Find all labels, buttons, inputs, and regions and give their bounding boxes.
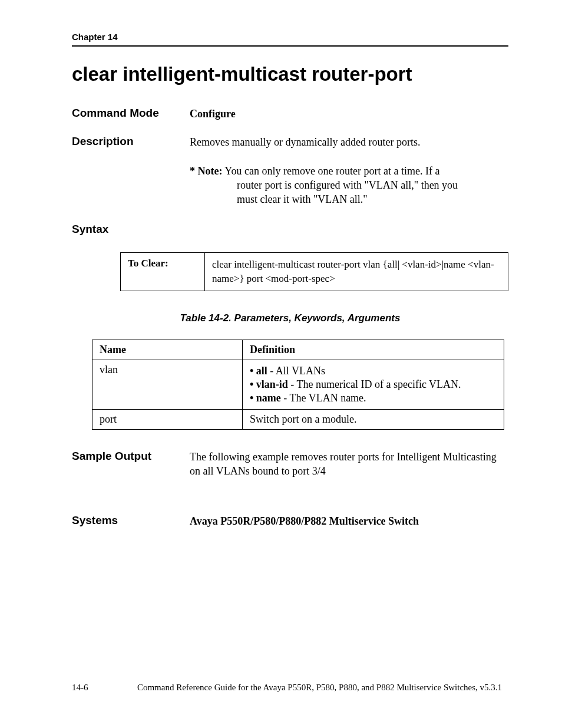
row-sample-output: Sample Output The following example remo… xyxy=(72,450,508,479)
label-sample-output: Sample Output xyxy=(72,450,190,479)
note-text-line2: router port is configured with "VLAN all… xyxy=(190,178,508,192)
note-text-first: You can only remove one router port at a… xyxy=(224,165,439,177)
row-description: Description Removes manually or dynamica… xyxy=(72,135,508,149)
th-name: Name xyxy=(92,340,243,360)
chapter-header: Chapter 14 xyxy=(72,32,508,42)
td-def-vlan: all - All VLANs vlan-id - The numerical … xyxy=(243,360,504,410)
row-command-mode: Command Mode Configure xyxy=(72,107,508,121)
heading-syntax: Syntax xyxy=(72,223,508,236)
page: Chapter 14 clear intelligent-multicast r… xyxy=(0,0,562,728)
vlan-bullet-list: all - All VLANs vlan-id - The numerical … xyxy=(250,365,497,404)
list-item: all - All VLANs xyxy=(250,365,497,377)
list-item: vlan-id - The numerical ID of a specific… xyxy=(250,378,497,391)
bullet-rest: - The VLAN name. xyxy=(281,392,366,404)
note-text-line3: must clear it with "VLAN all." xyxy=(190,192,508,206)
label-description: Description xyxy=(72,135,190,149)
syntax-box: To Clear: clear intelligent-multicast ro… xyxy=(120,252,508,291)
header-rule xyxy=(72,45,508,47)
table-row: vlan all - All VLANs vlan-id - The numer… xyxy=(92,360,504,410)
note-block: * Note: You can only remove one router p… xyxy=(190,164,508,207)
td-name-port: port xyxy=(92,410,243,430)
value-command-mode: Configure xyxy=(190,107,508,121)
syntax-box-text: clear intelligent-multicast router-port … xyxy=(205,253,508,291)
table-header-row: Name Definition xyxy=(92,340,504,360)
page-title: clear intelligent-multicast router-port xyxy=(72,63,508,85)
param-table: Name Definition vlan all - All VLANs vla… xyxy=(92,340,504,430)
page-footer: 14-6 Command Reference Guide for the Ava… xyxy=(72,683,508,693)
td-name-vlan: vlan xyxy=(92,360,243,410)
label-systems: Systems xyxy=(72,514,190,528)
note-label: * Note: xyxy=(190,165,222,177)
row-systems: Systems Avaya P550R/P580/P880/P882 Multi… xyxy=(72,514,508,528)
bullet-bold: vlan-id xyxy=(256,378,288,390)
label-command-mode: Command Mode xyxy=(72,107,190,121)
footer-text: Command Reference Guide for the Avaya P5… xyxy=(131,683,508,693)
list-item: name - The VLAN name. xyxy=(250,392,497,404)
table-row: port Switch port on a module. xyxy=(92,410,504,430)
value-sample-output: The following example removes router por… xyxy=(190,450,508,479)
value-systems: Avaya P550R/P580/P880/P882 Multiservice … xyxy=(190,514,508,528)
footer-pagenum: 14-6 xyxy=(72,683,131,693)
th-definition: Definition xyxy=(243,340,504,360)
bullet-bold: name xyxy=(256,392,281,404)
syntax-box-label: To Clear: xyxy=(121,253,205,291)
table-caption: Table 14-2. Parameters, Keywords, Argume… xyxy=(72,312,508,324)
bullet-rest: - The numerical ID of a specific VLAN. xyxy=(288,378,461,390)
bullet-bold: all xyxy=(256,365,267,377)
bullet-rest: - All VLANs xyxy=(267,365,325,377)
value-description: Removes manually or dynamically added ro… xyxy=(190,135,508,149)
td-def-port: Switch port on a module. xyxy=(243,410,504,430)
